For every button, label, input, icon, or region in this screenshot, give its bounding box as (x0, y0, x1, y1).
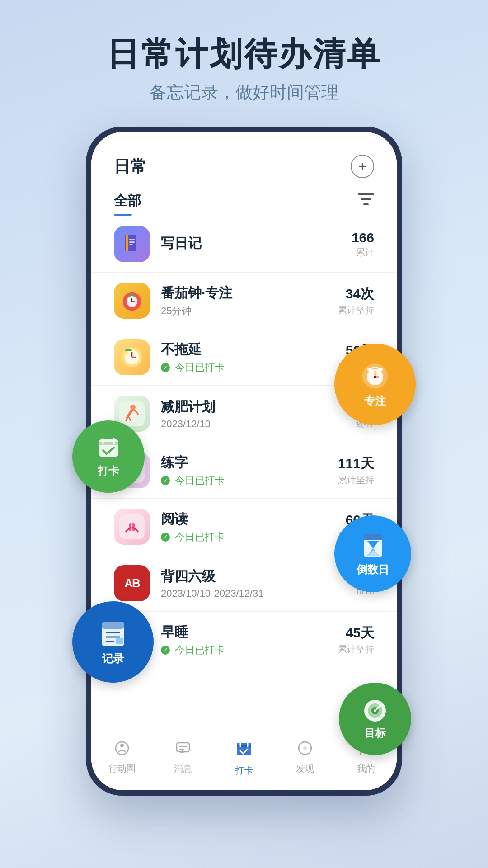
item-info: 减肥计划 2023/12/10 (161, 398, 346, 430)
item-stats: 111天 累计坚持 (338, 454, 374, 486)
item-sub-checked: ✓ 今日已打卡 (161, 530, 338, 544)
phone-mockup: 日常 + 全部 (86, 127, 402, 796)
badge-focus-label: 专注 (364, 394, 386, 408)
item-name: 不拖延 (161, 340, 338, 359)
item-info: 番茄钟·专注 25分钟 (161, 284, 338, 318)
item-stats: 45天 累计坚持 (338, 624, 374, 656)
target-icon (361, 697, 389, 724)
hero-section: 日常计划待办清单 备忘记录，做好时间管理 (0, 0, 488, 122)
item-name: 写日记 (161, 234, 352, 253)
badge-target-label: 目标 (364, 726, 386, 741)
stat-num: 166 (352, 230, 374, 245)
svg-rect-1 (361, 198, 371, 200)
badge-record[interactable]: 记录 (72, 601, 154, 683)
nav-label: 行动圈 (108, 763, 136, 775)
checkin-icon (95, 435, 122, 462)
badge-target[interactable]: 目标 (339, 683, 411, 755)
badge-checkin[interactable]: 打卡 (72, 420, 145, 493)
svg-point-19 (126, 352, 129, 355)
stat-num: 45天 (338, 624, 374, 642)
item-sub-checked: ✓ 今日已打卡 (161, 474, 338, 487)
item-info: 阅读 ✓ 今日已打卡 (161, 510, 338, 544)
hero-subtitle: 备忘记录，做好时间管理 (0, 81, 488, 104)
item-info: 写日记 (161, 234, 352, 255)
checkin-nav-icon (235, 740, 253, 762)
svg-point-21 (130, 405, 136, 410)
nav-item-checkin[interactable]: 打卡 (213, 740, 274, 777)
record-icon (97, 618, 129, 650)
svg-rect-6 (129, 241, 135, 243)
item-icon-procrastinate (114, 339, 150, 375)
badge-checkin-label: 打卡 (98, 464, 119, 478)
item-info: 练字 ✓ 今日已打卡 (161, 453, 338, 487)
stat-num: 111天 (338, 454, 374, 473)
svg-rect-40 (237, 745, 251, 747)
item-name: 减肥计划 (161, 398, 346, 416)
item-name: 练字 (161, 453, 338, 472)
message-icon (175, 740, 191, 760)
nav-label: 消息 (174, 763, 192, 775)
item-icon-diary (114, 226, 150, 262)
item-icon-vocab: AB (114, 565, 150, 601)
badge-countdown-label: 倒数日 (357, 562, 389, 577)
svg-rect-62 (364, 534, 382, 540)
add-button[interactable]: + (351, 155, 374, 178)
nav-item-circle[interactable]: 行动圈 (91, 740, 152, 777)
svg-point-54 (374, 376, 376, 378)
item-name: 早睡 (161, 623, 338, 642)
svg-rect-57 (99, 439, 118, 457)
svg-rect-36 (177, 743, 189, 752)
svg-rect-2 (363, 203, 369, 205)
focus-icon (359, 360, 391, 392)
svg-rect-58 (99, 442, 118, 445)
svg-point-56 (379, 368, 383, 371)
hero-title: 日常计划待办清单 (0, 36, 488, 72)
item-icon-read (114, 509, 150, 545)
svg-point-48 (303, 746, 307, 750)
item-name: 番茄钟·专注 (161, 284, 338, 302)
svg-rect-4 (126, 235, 128, 251)
tab-all[interactable]: 全部 (114, 192, 141, 216)
item-info: 不拖延 ✓ 今日已打卡 (161, 340, 338, 374)
svg-point-55 (367, 368, 371, 371)
item-stats: 166 累计 (352, 230, 374, 259)
badge-focus[interactable]: 专注 (334, 344, 416, 425)
item-sub: 25分钟 (161, 304, 338, 318)
nav-item-message[interactable]: 消息 (152, 740, 213, 777)
svg-rect-68 (116, 638, 123, 644)
item-sub-checked: ✓ 今日已打卡 (161, 643, 338, 657)
item-sub-checked: ✓ 今日已打卡 (161, 361, 338, 374)
svg-rect-5 (129, 239, 135, 240)
stat-label: 累计坚持 (338, 304, 374, 316)
nav-label: 发现 (296, 763, 314, 775)
svg-point-35 (120, 744, 124, 747)
svg-rect-0 (358, 193, 374, 195)
stat-label: 累计 (352, 246, 374, 259)
discover-icon (297, 740, 313, 760)
nav-label: 我的 (357, 763, 375, 775)
filter-icon[interactable] (358, 193, 374, 215)
nav-item-discover[interactable]: 发现 (275, 740, 336, 777)
badge-countdown[interactable]: 倒数日 (334, 515, 411, 592)
item-icon-tomato (114, 283, 150, 319)
item-info: 早睡 ✓ 今日已打卡 (161, 623, 338, 657)
stat-num: 34次 (338, 285, 374, 303)
top-bar: 日常 + (91, 132, 397, 187)
item-sub: 2023/12/10 (161, 418, 346, 430)
tab-bar: 全部 (91, 187, 397, 216)
svg-rect-7 (129, 244, 133, 245)
list-item[interactable]: 写日记 166 累计 (91, 216, 397, 273)
item-stats: 34次 累计坚持 (338, 285, 374, 316)
item-sub: 2023/10/10-2023/12/31 (161, 588, 347, 599)
item-name: 背四六级 (161, 567, 347, 586)
item-info: 背四六级 2023/10/10-2023/12/31 (161, 567, 347, 599)
stat-label: 累计坚持 (338, 474, 374, 486)
list-item[interactable]: 番茄钟·专注 25分钟 34次 累计坚持 (91, 273, 397, 329)
svg-rect-64 (102, 622, 124, 629)
circle-icon (114, 740, 130, 760)
nav-label: 打卡 (235, 764, 253, 777)
app-title: 日常 (114, 156, 146, 178)
stat-label: 累计坚持 (338, 643, 374, 656)
item-name: 阅读 (161, 510, 338, 528)
badge-record-label: 记录 (102, 651, 124, 666)
